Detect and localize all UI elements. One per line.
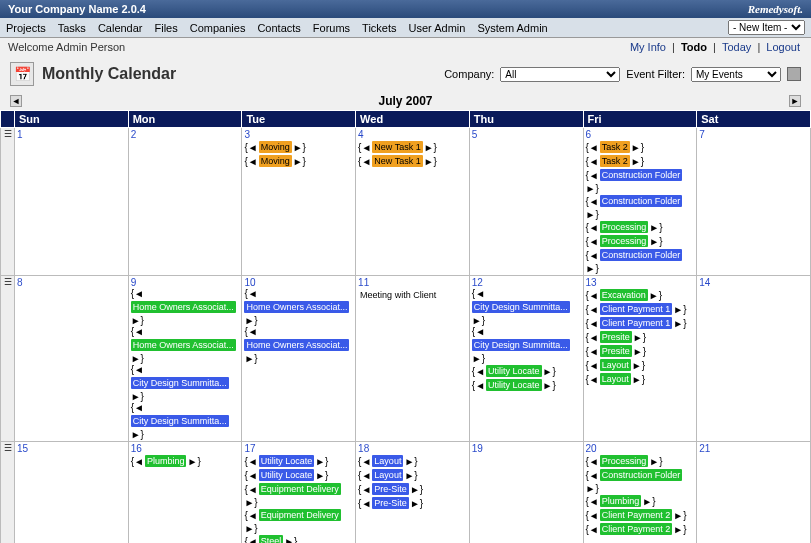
event-chip[interactable]: Layout [372,455,403,467]
menu-forums[interactable]: Forums [313,22,350,34]
event-chip[interactable]: City Design Summitta... [472,339,570,351]
event-chip[interactable]: Utility Locate [486,365,542,377]
day-cell[interactable]: 6{◄Task 2►}{◄Task 2►}{◄Construction Fold… [583,128,697,276]
week-icon[interactable]: ☰ [1,128,15,276]
week-icon[interactable]: ☰ [1,442,15,544]
event-chip[interactable]: Moving [259,141,292,153]
next-month-icon[interactable]: ► [789,95,801,107]
menu-companies[interactable]: Companies [190,22,246,34]
menu-tickets[interactable]: Tickets [362,22,396,34]
day-cell[interactable]: 1 [15,128,129,276]
event-chip[interactable]: Processing [600,235,649,247]
day-cell[interactable]: 21 [697,442,811,544]
menu-sysadmin[interactable]: System Admin [477,22,547,34]
event-chip[interactable]: Processing [600,221,649,233]
event-chip[interactable]: Client Payment 2 [600,523,673,535]
event-chip[interactable]: New Task 1 [372,155,422,167]
day-cell[interactable]: 3{◄Moving►}{◄Moving►} [242,128,356,276]
event-chip[interactable]: Construction Folder [600,469,683,481]
event-brace-icon: ►} [410,498,423,509]
link-todo[interactable]: Todo [681,41,707,53]
event-chip[interactable]: Home Owners Associat... [244,339,349,351]
day-cell[interactable]: 19 [469,442,583,544]
event-chip[interactable]: Meeting with Client [358,289,438,301]
event-chip[interactable]: Moving [259,155,292,167]
event-chip[interactable]: Client Payment 1 [600,317,673,329]
day-cell[interactable]: 9{◄Home Owners Associat...►}{◄Home Owner… [128,276,242,442]
event-chip[interactable]: Layout [600,359,631,371]
day-header-mon: Mon [128,111,242,128]
event-brace-icon: {◄ [586,360,599,371]
link-myinfo[interactable]: My Info [630,41,666,53]
menu-projects[interactable]: Projects [6,22,46,34]
event-chip[interactable]: Utility Locate [486,379,542,391]
event-chip[interactable]: Presite [600,331,632,343]
event-chip[interactable]: Task 2 [600,141,630,153]
event-brace-icon: {◄ [131,364,144,375]
event-chip[interactable]: City Design Summitta... [131,415,229,427]
day-cell[interactable]: 12{◄City Design Summitta...►}{◄City Desi… [469,276,583,442]
event-chip[interactable]: Task 2 [600,155,630,167]
event-chip[interactable]: Pre-Site [372,497,409,509]
day-cell[interactable]: 20{◄Processing►}{◄Construction Folder►}{… [583,442,697,544]
gear-icon[interactable] [787,67,801,81]
day-cell[interactable]: 5 [469,128,583,276]
event-chip[interactable]: Processing [600,455,649,467]
eventfilter-select[interactable]: My Events [691,67,781,82]
day-cell[interactable]: 4{◄New Task 1►}{◄New Task 1►} [356,128,470,276]
day-cell[interactable]: 13{◄Excavation►}{◄Client Payment 1►}{◄Cl… [583,276,697,442]
event-chip[interactable]: Presite [600,345,632,357]
day-cell[interactable]: 18{◄Layout►}{◄Layout►}{◄Pre-Site►}{◄Pre-… [356,442,470,544]
event-chip[interactable]: Pre-Site [372,483,409,495]
day-cell[interactable]: 14 [697,276,811,442]
event-brace-icon: ►} [424,156,437,167]
event-chip[interactable]: City Design Summitta... [472,301,570,313]
event-brace-icon: {◄ [358,156,371,167]
menu-files[interactable]: Files [155,22,178,34]
event-chip[interactable]: Construction Folder [600,169,683,181]
event-chip[interactable]: Construction Folder [600,195,683,207]
event-chip[interactable]: Utility Locate [259,469,315,481]
event-chip[interactable]: Layout [600,373,631,385]
menu-contacts[interactable]: Contacts [257,22,300,34]
day-cell[interactable]: 10{◄Home Owners Associat...►}{◄Home Owne… [242,276,356,442]
event-chip[interactable]: Layout [372,469,403,481]
event-chip[interactable]: Utility Locate [259,455,315,467]
day-cell[interactable]: 11Meeting with Client [356,276,470,442]
event-brace-icon: {◄ [472,366,485,377]
event-chip[interactable]: Excavation [600,289,648,301]
week-icon[interactable]: ☰ [1,276,15,442]
company-select[interactable]: All [500,67,620,82]
event-chip[interactable]: New Task 1 [372,141,422,153]
menu-tasks[interactable]: Tasks [58,22,86,34]
prev-month-icon[interactable]: ◄ [10,95,22,107]
event-brace-icon: {◄ [244,470,257,481]
day-cell[interactable]: 17{◄Utility Locate►}{◄Utility Locate►}{◄… [242,442,356,544]
event-chip[interactable]: Home Owners Associat... [244,301,349,313]
day-number: 18 [358,443,467,454]
event-chip[interactable]: Construction Folder [600,249,683,261]
event-chip[interactable]: Client Payment 1 [600,303,673,315]
day-header-sun: Sun [15,111,129,128]
day-cell[interactable]: 16{◄Plumbing►} [128,442,242,544]
day-cell[interactable]: 15 [15,442,129,544]
event-chip[interactable]: Client Payment 2 [600,509,673,521]
event-chip[interactable]: Equipment Delivery [259,483,341,495]
event-chip[interactable]: Home Owners Associat... [131,301,236,313]
day-cell[interactable]: 7 [697,128,811,276]
day-cell[interactable]: 2 [128,128,242,276]
menu-calendar[interactable]: Calendar [98,22,143,34]
event-brace-icon: ►} [586,183,599,194]
day-cell[interactable]: 8 [15,276,129,442]
event-chip[interactable]: Steel [259,535,284,543]
event-chip[interactable]: City Design Summitta... [131,377,229,389]
link-today[interactable]: Today [722,41,751,53]
new-item-select[interactable]: - New Item - [728,20,805,35]
event-chip[interactable]: Plumbing [600,495,642,507]
event-chip[interactable]: Home Owners Associat... [131,339,236,351]
event-chip[interactable]: Equipment Delivery [259,509,341,521]
menu-useradmin[interactable]: User Admin [409,22,466,34]
page-title: Monthly Calendar [42,65,176,83]
link-logout[interactable]: Logout [766,41,800,53]
event-chip[interactable]: Plumbing [145,455,187,467]
